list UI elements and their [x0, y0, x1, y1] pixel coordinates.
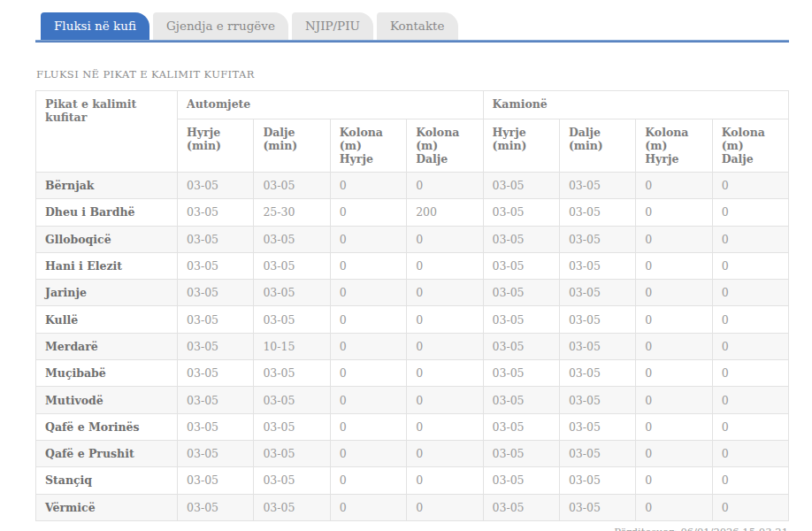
tab-gjendja-e-rrugeve[interactable]: Gjendja e rrugëve: [153, 12, 288, 40]
traffic-value-cell: 03-05: [483, 494, 559, 520]
column-header-dalje-min-kamione: Dalje (min): [559, 119, 635, 173]
column-header-hyrje-min-kamione: Hyrje (min): [483, 119, 559, 173]
traffic-value-cell: 0: [407, 226, 483, 252]
traffic-value-cell: 03-05: [254, 413, 330, 440]
column-header-kolona-m-dalje-kamione: Kolona (m) Dalje: [712, 119, 788, 173]
traffic-value-cell: 0: [712, 252, 788, 279]
traffic-value-cell: 03-05: [483, 360, 559, 387]
traffic-value-cell: 03-05: [559, 173, 635, 199]
traffic-value-cell: 0: [330, 252, 406, 279]
traffic-value-cell: 03-05: [178, 360, 254, 387]
traffic-value-cell: 03-05: [559, 440, 635, 466]
crossing-point-name: Dheu i Bardhë: [36, 199, 178, 226]
traffic-value-cell: 0: [712, 440, 788, 466]
table-row-jarinje: Jarinje03-0503-050003-0503-0500: [36, 280, 789, 306]
traffic-value-cell: 0: [407, 494, 483, 520]
crossing-point-name: Qafë e Morinës: [36, 413, 178, 440]
traffic-value-cell: 03-05: [483, 280, 559, 306]
traffic-value-cell: 03-05: [254, 440, 330, 466]
traffic-value-cell: 03-05: [254, 252, 330, 279]
crossing-point-name: Kullë: [36, 306, 178, 333]
traffic-value-cell: 03-05: [559, 226, 635, 252]
traffic-value-cell: 03-05: [254, 360, 330, 387]
traffic-value-cell: 03-05: [483, 413, 559, 440]
traffic-value-cell: 03-05: [559, 333, 635, 359]
traffic-value-cell: 03-05: [254, 306, 330, 333]
tab-njip-piu[interactable]: NJIP/PIU: [292, 12, 373, 40]
traffic-value-cell: 03-05: [178, 333, 254, 359]
traffic-value-cell: 25-30: [254, 199, 330, 226]
traffic-value-cell: 0: [636, 280, 712, 306]
last-updated-timestamp: Përditesuar: 06/01/2026 15:03:21: [35, 526, 789, 531]
traffic-value-cell: 03-05: [559, 199, 635, 226]
column-group-kamione: Kamionë: [483, 91, 789, 119]
crossing-point-name: Stançiq: [36, 467, 178, 494]
traffic-value-cell: 03-05: [483, 252, 559, 279]
traffic-value-cell: 03-05: [254, 387, 330, 413]
traffic-value-cell: 0: [712, 467, 788, 494]
traffic-value-cell: 03-05: [483, 440, 559, 466]
traffic-value-cell: 03-05: [559, 280, 635, 306]
traffic-value-cell: 0: [712, 333, 788, 359]
traffic-value-cell: 0: [712, 173, 788, 199]
traffic-value-cell: 03-05: [483, 333, 559, 359]
traffic-value-cell: 03-05: [559, 413, 635, 440]
column-header-kolona-m-hyrje-automjete: Kolona (m) Hyrje: [330, 119, 406, 173]
crossing-point-name: Hani i Elezit: [36, 252, 178, 279]
column-header-hyrje-min-automjete: Hyrje (min): [178, 119, 254, 173]
crossing-point-name: Mutivodë: [36, 387, 178, 413]
traffic-value-cell: 0: [407, 306, 483, 333]
traffic-value-cell: 0: [407, 467, 483, 494]
traffic-value-cell: 0: [407, 413, 483, 440]
traffic-value-cell: 0: [330, 467, 406, 494]
traffic-value-cell: 03-05: [254, 280, 330, 306]
border-traffic-table: Pikat e kalimit kufitar Automjete Kamion…: [35, 90, 789, 521]
traffic-value-cell: 03-05: [178, 413, 254, 440]
traffic-value-cell: 03-05: [483, 387, 559, 413]
traffic-value-cell: 0: [636, 387, 712, 413]
traffic-value-cell: 0: [636, 306, 712, 333]
crossing-point-name: Merdarë: [36, 333, 178, 359]
traffic-value-cell: 10-15: [254, 333, 330, 359]
traffic-value-cell: 03-05: [559, 387, 635, 413]
traffic-value-cell: 0: [407, 440, 483, 466]
table-row-bernjak: Bërnjak03-0503-050003-0503-0500: [36, 173, 789, 199]
crossing-point-name: Bërnjak: [36, 173, 178, 199]
traffic-value-cell: 03-05: [178, 494, 254, 520]
traffic-value-cell: 0: [636, 440, 712, 466]
page-container: Fluksi në kufiGjendja e rrugëveNJIP/PIUK…: [35, 12, 789, 531]
tab-kontakte[interactable]: Kontakte: [377, 12, 458, 40]
section-title: FLUKSI NË PIKAT E KALIMIT KUFITAR: [36, 68, 789, 81]
table-row-glloboqice: Glloboqicë03-0503-050003-0503-0500: [36, 226, 789, 252]
table-row-qafe-e-prushit: Qafë e Prushit03-0503-050003-0503-0500: [36, 440, 789, 466]
traffic-value-cell: 03-05: [483, 467, 559, 494]
traffic-value-cell: 0: [330, 280, 406, 306]
traffic-value-cell: 03-05: [178, 306, 254, 333]
traffic-value-cell: 03-05: [559, 360, 635, 387]
column-header-crossing-points: Pikat e kalimit kufitar: [36, 91, 178, 173]
traffic-value-cell: 03-05: [483, 199, 559, 226]
traffic-value-cell: 03-05: [254, 173, 330, 199]
traffic-value-cell: 03-05: [254, 494, 330, 520]
traffic-value-cell: 03-05: [559, 306, 635, 333]
traffic-value-cell: 03-05: [483, 306, 559, 333]
traffic-value-cell: 0: [330, 226, 406, 252]
column-header-kolona-m-hyrje-kamione: Kolona (m) Hyrje: [636, 119, 712, 173]
table-row-qafe-e-morines: Qafë e Morinës03-0503-050003-0503-0500: [36, 413, 789, 440]
traffic-value-cell: 03-05: [178, 199, 254, 226]
traffic-value-cell: 03-05: [178, 226, 254, 252]
traffic-value-cell: 0: [636, 467, 712, 494]
crossing-point-name: Vërmicë: [36, 494, 178, 520]
traffic-value-cell: 0: [712, 226, 788, 252]
table-row-dheu-i-bardhe: Dheu i Bardhë03-0525-30020003-0503-0500: [36, 199, 789, 226]
column-group-automjete: Automjete: [178, 91, 484, 119]
traffic-value-cell: 03-05: [254, 467, 330, 494]
tab-fluksi-ne-kufi[interactable]: Fluksi në kufi: [41, 12, 149, 40]
table-row-hani-i-elezit: Hani i Elezit03-0503-050003-0503-0500: [36, 252, 789, 279]
traffic-value-cell: 0: [636, 360, 712, 387]
traffic-value-cell: 0: [712, 387, 788, 413]
crossing-point-name: Glloboqicë: [36, 226, 178, 252]
traffic-value-cell: 0: [636, 252, 712, 279]
traffic-value-cell: 03-05: [178, 387, 254, 413]
traffic-value-cell: 0: [636, 199, 712, 226]
